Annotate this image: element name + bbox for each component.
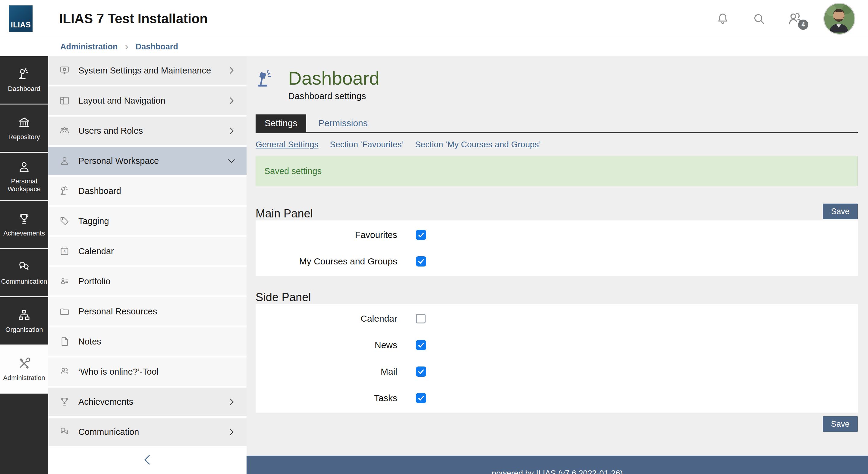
rail-label: Achievements — [1, 230, 47, 237]
rail-filler — [0, 394, 48, 474]
tab-settings[interactable]: Settings — [255, 114, 306, 132]
form-label: Calendar — [255, 313, 397, 324]
menu-label: Personal Resources — [79, 307, 157, 316]
menu-label: Communication — [79, 427, 139, 437]
subtab-bar: General Settings Section ‘Favourites’ Se… — [255, 140, 858, 149]
page-body: Dashboard Repository Personal Workspace … — [0, 56, 868, 474]
bottom-save-row: Save — [255, 416, 858, 432]
rail-item-dashboard[interactable]: Dashboard — [0, 56, 48, 104]
main-panel-form: Favourites My Courses and Groups — [255, 221, 858, 276]
chevron-right-icon — [227, 66, 236, 75]
layout-icon — [59, 95, 70, 106]
menu-item-who-is-online[interactable]: ‘Who is online?’-Tool — [48, 358, 247, 386]
form-label: My Courses and Groups — [255, 256, 397, 267]
menu-label: Calendar — [79, 246, 114, 256]
chevron-down-icon — [227, 156, 236, 166]
breadcrumb-administration[interactable]: Administration — [60, 42, 118, 52]
section-title-main-panel: Main Panel — [255, 208, 313, 219]
menu-label: Layout and Navigation — [79, 96, 165, 106]
users-icon — [59, 125, 70, 136]
system-settings-icon — [59, 65, 70, 76]
rail-label: Administration — [1, 374, 47, 382]
ilias-logo[interactable]: ILIAS — [9, 5, 33, 32]
admin-menu: System Settings and Maintenance Layout a… — [48, 56, 247, 474]
rail-item-personal-workspace[interactable]: Personal Workspace — [0, 153, 48, 201]
search-button[interactable] — [752, 11, 766, 26]
my-courses-groups-checkbox[interactable] — [416, 256, 426, 267]
person-icon — [59, 156, 70, 166]
form-row-news: News — [255, 332, 858, 358]
menu-label: System Settings and Maintenance — [79, 66, 211, 76]
save-button[interactable]: Save — [823, 204, 858, 219]
check-icon — [417, 231, 425, 238]
folder-icon — [59, 306, 70, 317]
menu-label: Portfolio — [79, 276, 110, 286]
app-title: ILIAS 7 Test Installation — [59, 11, 208, 26]
rail-item-achievements[interactable]: Achievements — [0, 201, 48, 249]
trophy-icon — [17, 212, 31, 226]
section-title-side-panel: Side Panel — [255, 292, 311, 303]
menu-item-notes[interactable]: Notes — [48, 327, 247, 356]
check-icon — [417, 395, 425, 402]
menu-item-system-settings[interactable]: System Settings and Maintenance — [48, 56, 247, 84]
ilias-admin-page: ILIAS ILIAS 7 Test Installation 4 — [0, 0, 868, 474]
menu-item-dashboard[interactable]: Dashboard — [48, 177, 247, 205]
trophy-icon — [59, 396, 70, 407]
person-icon — [17, 160, 31, 174]
chevron-right-icon — [227, 397, 236, 407]
mail-checkbox[interactable] — [416, 367, 426, 377]
menu-item-portfolio[interactable]: Portfolio — [48, 267, 247, 296]
online-users-badge: 4 — [798, 20, 808, 30]
subtab-section-my-courses-groups[interactable]: Section ‘My Courses and Groups’ — [415, 140, 541, 149]
bell-icon — [715, 11, 730, 26]
menu-label: Personal Workspace — [79, 156, 159, 166]
topbar-actions: 4 — [715, 3, 855, 35]
footer: powered by ILIAS (v7.6 2022-01-26) — [247, 455, 868, 474]
menu-item-personal-workspace[interactable]: Personal Workspace — [48, 147, 247, 175]
notifications-button[interactable] — [715, 11, 730, 26]
chevron-right-icon — [227, 427, 236, 437]
rail-item-repository[interactable]: Repository — [0, 104, 48, 153]
menu-label: ‘Who is online?’-Tool — [79, 367, 158, 377]
page-title: Dashboard — [288, 68, 379, 89]
menu-item-users-roles[interactable]: Users and Roles — [48, 116, 247, 145]
form-label: Favourites — [255, 230, 397, 240]
check-icon — [417, 341, 425, 349]
lamp-icon — [59, 185, 70, 196]
menu-item-personal-resources[interactable]: Personal Resources — [48, 297, 247, 326]
tasks-checkbox[interactable] — [416, 393, 426, 403]
menu-item-tagging[interactable]: Tagging — [48, 207, 247, 235]
collapse-menu-button[interactable] — [48, 448, 247, 474]
breadcrumb-separator-icon: › — [125, 41, 128, 51]
save-button-bottom[interactable]: Save — [823, 416, 858, 432]
subtab-section-favourites[interactable]: Section ‘Favourites’ — [330, 140, 404, 149]
breadcrumb-dashboard[interactable]: Dashboard — [135, 42, 178, 52]
rail-item-organisation[interactable]: Organisation — [0, 297, 48, 345]
news-checkbox[interactable] — [416, 340, 426, 350]
form-row-my-courses-groups: My Courses and Groups — [255, 248, 858, 275]
avatar-image — [824, 4, 853, 33]
menu-item-communication[interactable]: Communication — [48, 418, 247, 446]
top-header: ILIAS ILIAS 7 Test Installation 4 — [0, 0, 868, 37]
footer-text: powered by ILIAS (v7.6 2022-01-26) — [492, 469, 623, 474]
menu-item-calendar[interactable]: Calendar — [48, 237, 247, 265]
user-avatar[interactable] — [824, 3, 855, 35]
rail-item-communication[interactable]: Communication — [0, 249, 48, 297]
calendar-checkbox[interactable] — [416, 314, 426, 324]
orgchart-icon — [17, 308, 31, 322]
online-users-button[interactable]: 4 — [786, 10, 804, 27]
tab-permissions[interactable]: Permissions — [309, 114, 376, 132]
favourites-checkbox[interactable] — [416, 230, 426, 240]
main-nav-rail: Dashboard Repository Personal Workspace … — [0, 56, 48, 474]
menu-item-layout-navigation[interactable]: Layout and Navigation — [48, 87, 247, 115]
chevron-right-icon — [227, 96, 236, 105]
menu-item-achievements[interactable]: Achievements — [48, 387, 247, 416]
calendar-icon — [59, 246, 70, 257]
rail-label: Dashboard — [6, 85, 42, 93]
check-icon — [417, 368, 425, 375]
subtab-general-settings[interactable]: General Settings — [255, 140, 318, 149]
repository-icon — [17, 116, 31, 130]
rail-item-administration[interactable]: Administration — [0, 345, 48, 394]
lamp-icon — [17, 67, 31, 81]
chevron-right-icon — [227, 126, 236, 136]
